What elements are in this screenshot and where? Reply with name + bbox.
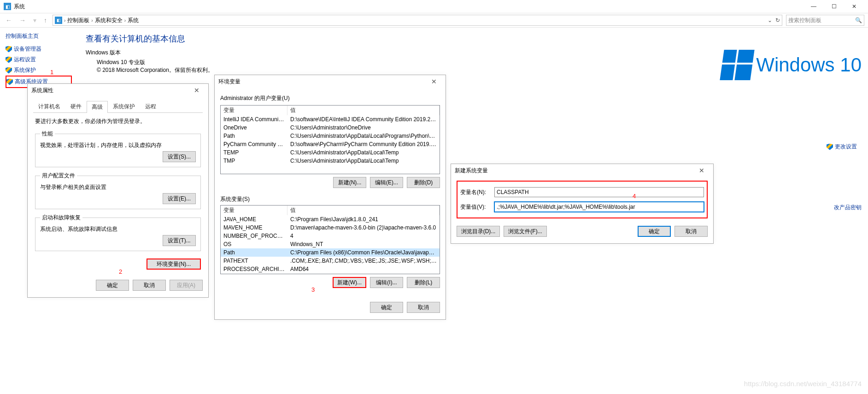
change-settings-link[interactable]: 更改设置	[827, 143, 857, 151]
breadcrumb[interactable]: ◧ › 控制面板 › 系统和安全 › 系统 ⌄ ↻	[53, 15, 782, 26]
back-button[interactable]: ←	[4, 17, 14, 24]
var-name-input[interactable]	[494, 187, 704, 197]
dialog-title: 环境变量	[218, 78, 240, 86]
sidebar-item-protection[interactable]: 系统保护	[6, 65, 72, 76]
tab-advanced[interactable]: 高级	[87, 101, 108, 113]
table-row[interactable]: OSWindows_NT	[221, 240, 440, 248]
cancel-button[interactable]: 取消	[133, 280, 166, 291]
user-delete-button[interactable]: 删除(D)	[407, 177, 440, 188]
search-input[interactable]: 搜索控制面板 🔍	[786, 15, 864, 26]
close-icon[interactable]: ✕	[189, 87, 205, 94]
close-icon[interactable]: ✕	[694, 167, 710, 174]
profiles-legend: 用户配置文件	[40, 172, 77, 180]
table-row[interactable]: JAVA_HOMEC:\Program Files\Java\jdk1.8.0_…	[221, 215, 440, 223]
var-value-input[interactable]	[494, 202, 704, 212]
user-new-button[interactable]: 新建(N)...	[333, 177, 366, 188]
forward-button[interactable]: →	[18, 17, 28, 24]
browse-file-button[interactable]: 浏览文件(F)...	[504, 226, 547, 237]
table-row[interactable]: PROCESSOR_ARCHITECT...AMD64	[221, 265, 440, 273]
table-row[interactable]: IntelliJ IDEA Community E...D:\software\…	[221, 115, 440, 123]
cell-value: C:\Users\Administrator\OneDrive	[287, 123, 440, 132]
cell-value: C:\Program Files (x86)\Common Files\Orac…	[287, 248, 440, 257]
table-row[interactable]: OneDriveC:\Users\Administrator\OneDrive	[221, 123, 440, 132]
sys-delete-button[interactable]: 删除(L)	[407, 277, 440, 288]
sys-new-button[interactable]: 新建(W)...	[333, 277, 366, 288]
recent-button[interactable]: ▾	[31, 17, 38, 24]
page-heading: 查看有关计算机的基本信息	[86, 33, 860, 44]
toolbar: ← → ▾ ↑ ◧ › 控制面板 › 系统和安全 › 系统 ⌄ ↻ 搜索控制面板…	[0, 13, 868, 28]
breadcrumb-dropdown[interactable]: ⌄ ↻	[768, 17, 780, 24]
table-row[interactable]: PathC:\Users\Administrator\AppData\Local…	[221, 132, 440, 140]
sys-vars-table[interactable]: 变量 值 JAVA_HOMEC:\Program Files\Java\jdk1…	[220, 205, 440, 274]
startup-settings-button[interactable]: 设置(T)...	[163, 235, 196, 246]
tab-hardware[interactable]: 硬件	[65, 100, 87, 112]
var-value-row: 变量值(V):	[460, 202, 704, 212]
cell-value: 4	[287, 232, 440, 240]
table-row[interactable]: TMPC:\Users\Administrator\AppData\Local\…	[221, 157, 440, 165]
env-vars-button[interactable]: 环境变量(N)...	[147, 259, 201, 270]
chevron-right-icon: ›	[64, 18, 65, 23]
tab-remote[interactable]: 远程	[140, 100, 161, 112]
sys-edit-button[interactable]: 编辑(I)...	[370, 277, 403, 288]
profiles-group: 用户配置文件 与登录帐户相关的桌面设置 设置(E)...	[35, 172, 201, 209]
cell-value: C:\Users\Administrator\AppData\Local\Tem…	[287, 157, 440, 165]
cell-name: Path	[221, 132, 287, 140]
table-header: 变量 值	[221, 206, 440, 215]
dialog-titlebar: 环境变量 ✕	[215, 75, 446, 88]
sidebar-home[interactable]: 控制面板主页	[6, 32, 72, 40]
system-properties-dialog: 系统属性 ✕ 计算机名 硬件 高级 系统保护 远程 要进行大多数更改，你必须作为…	[27, 83, 209, 298]
tab-protection[interactable]: 系统保护	[108, 100, 140, 112]
col-var[interactable]: 变量	[221, 106, 287, 115]
var-name-row: 变量名(N):	[460, 187, 704, 197]
profiles-settings-button[interactable]: 设置(E)...	[163, 193, 196, 204]
cell-value: .COM;.EXE;.BAT;.CMD;.VBS;.VBE;.JS;.JSE;.…	[287, 257, 440, 265]
cell-value: C:\Users\Administrator\AppData\Local\Pro…	[287, 132, 440, 140]
sidebar-item-remote[interactable]: 远程设置	[6, 54, 72, 65]
performance-settings-button[interactable]: 设置(S)...	[163, 151, 196, 162]
startup-group: 启动和故障恢复 系统启动、系统故障和调试信息 设置(T)...	[35, 214, 201, 251]
tab-computer-name[interactable]: 计算机名	[33, 100, 65, 112]
close-button[interactable]: ✕	[844, 0, 864, 13]
cell-name: PROCESSOR_ARCHITECT...	[221, 265, 287, 273]
breadcrumb-level2[interactable]: 系统	[128, 17, 139, 24]
table-row[interactable]: PyCharm Community Editi...D:\software\Py…	[221, 140, 440, 148]
cancel-button[interactable]: 取消	[674, 226, 708, 237]
cell-name: Path	[221, 248, 287, 257]
maximize-button[interactable]: ☐	[824, 0, 844, 13]
annotation-1: 1	[50, 69, 53, 76]
cell-value: D:\software\IDEA\IntelliJ IDEA Community…	[287, 115, 440, 123]
col-val[interactable]: 值	[287, 106, 440, 115]
col-val[interactable]: 值	[287, 206, 440, 215]
breadcrumb-root[interactable]: 控制面板	[67, 17, 89, 24]
user-vars-table[interactable]: 变量 值 IntelliJ IDEA Community E...D:\soft…	[220, 105, 440, 174]
cell-name: OS	[221, 240, 287, 248]
browse-dir-button[interactable]: 浏览目录(D)...	[457, 226, 500, 237]
cell-name: PyCharm Community Editi...	[221, 140, 287, 148]
ok-button[interactable]: 确定	[96, 280, 129, 291]
ok-button[interactable]: 确定	[638, 226, 671, 237]
apply-button[interactable]: 应用(A)	[170, 280, 203, 291]
cell-name: PATHEXT	[221, 257, 287, 265]
cancel-button[interactable]: 取消	[407, 302, 440, 313]
var-value-label: 变量值(V):	[460, 203, 488, 211]
table-row[interactable]: TEMPC:\Users\Administrator\AppData\Local…	[221, 148, 440, 157]
chevron-right-icon: ›	[91, 18, 93, 23]
sidebar-item-device-manager[interactable]: 设备管理器	[6, 44, 72, 54]
breadcrumb-level1[interactable]: 系统和安全	[95, 17, 123, 24]
up-button[interactable]: ↑	[42, 17, 49, 24]
close-icon[interactable]: ✕	[426, 78, 442, 85]
table-row[interactable]: NUMBER_OF_PROCESSORS4	[221, 232, 440, 240]
dialog-titlebar: 新建系统变量 ✕	[451, 164, 713, 177]
product-key-link[interactable]: 改产品密钥	[834, 204, 862, 212]
minimize-button[interactable]: —	[803, 0, 824, 13]
table-row[interactable]: PATHEXT.COM;.EXE;.BAT;.CMD;.VBS;.VBE;.JS…	[221, 257, 440, 265]
windows-logo-icon	[720, 50, 755, 80]
cell-name: JAVA_HOME	[221, 215, 287, 223]
ok-button[interactable]: 确定	[370, 302, 403, 313]
table-row[interactable]: MAVEN_HOMED:\maven\apache-maven-3.6.0-bi…	[221, 223, 440, 232]
annotation-4: 4	[633, 193, 636, 200]
col-var[interactable]: 变量	[221, 206, 287, 215]
dialog-title: 系统属性	[31, 87, 53, 94]
user-edit-button[interactable]: 编辑(E)...	[370, 177, 403, 188]
table-row[interactable]: PathC:\Program Files (x86)\Common Files\…	[221, 248, 440, 257]
